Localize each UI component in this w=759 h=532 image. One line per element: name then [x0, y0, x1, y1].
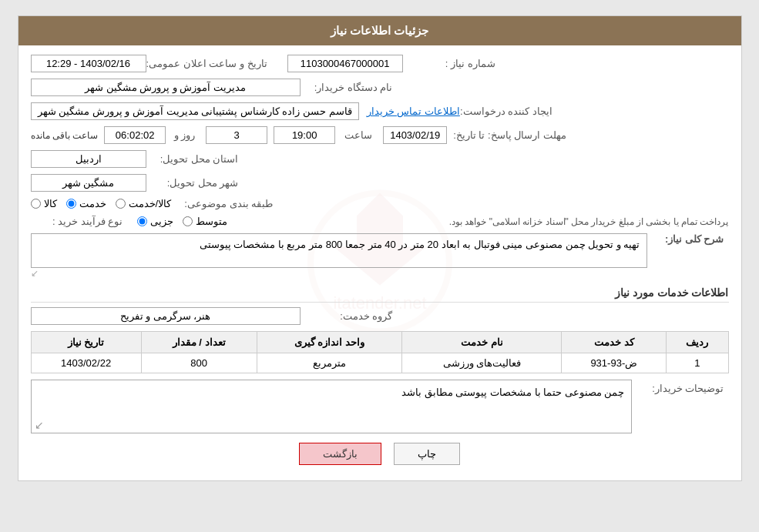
category-kala-khidmat[interactable]: کالا/خدمت [116, 198, 172, 209]
category-kala[interactable]: کالا [31, 198, 57, 209]
cell-quantity: 800 [141, 353, 257, 373]
city-value: مشگین شهر [31, 174, 146, 192]
send-time-label: ساعت [341, 129, 372, 141]
category-label: طبقه بندی موضوعی: [180, 198, 273, 209]
need-number-row: شماره نیاز : 1103000467000001 تاریخ و سا… [31, 55, 729, 72]
cell-unit: مترمربع [257, 353, 402, 373]
services-table: ردیف کد خدمت نام خدمت واحد اندازه گیری ت… [31, 331, 729, 373]
need-desc-label: شرح کلی نیاز: [647, 233, 724, 245]
col-date: تاریخ نیاز [31, 332, 141, 353]
send-time-value: 19:00 [274, 126, 335, 144]
need-number-value: 1103000467000001 [287, 55, 403, 72]
announce-date-value: 1403/02/16 - 12:29 [31, 55, 146, 72]
table-row: 1ض-93-931فعالیت‌های ورزشیمترمربع8001403/… [31, 353, 728, 373]
buyer-org-value: مدیریت آموزش و پرورش مشگین شهر [31, 79, 301, 96]
city-label: شهر محل تحویل: [146, 177, 239, 189]
page-header: جزئیات اطلاعات نیاز [18, 16, 741, 45]
need-number-label: شماره نیاز : [403, 58, 495, 69]
province-row: استان محل تحویل: اردبیل [31, 150, 729, 168]
remaining-label: ساعت باقی مانده [31, 130, 99, 141]
category-row: طبقه بندی موضوعی: کالا/خدمت خدمت کالا [31, 198, 729, 209]
buyer-notes-row: توضیحات خریدار: چمن مصنوعی حتما با مشخصا… [31, 380, 729, 433]
page-title: جزئیات اطلاعات نیاز [331, 24, 428, 37]
need-desc-row: شرح کلی نیاز: تهیه و تحویل چمن مصنوعی می… [31, 233, 729, 279]
col-name: نام خدمت [402, 332, 562, 353]
col-quantity: تعداد / مقدار [141, 332, 257, 353]
send-days-label: روز و [172, 129, 195, 141]
group-service-label: گروه خدمت: [301, 310, 393, 322]
province-value: اردبیل [31, 150, 146, 168]
announce-date-label: تاریخ و ساعت اعلان عمومی: [146, 58, 267, 69]
purchase-type-note: پرداخت تمام یا بخشی از مبلغ خریدار محل "… [237, 216, 729, 227]
purchase-type-row: پرداخت تمام یا بخشی از مبلغ خریدار محل "… [31, 216, 729, 227]
cell-code: ض-93-931 [562, 353, 667, 373]
col-row: ردیف [667, 332, 728, 353]
creator-value: قاسم حسن زاده کارشناس پشتیبانی مدیریت آم… [31, 102, 359, 120]
col-code: کد خدمت [562, 332, 667, 353]
need-desc-value: تهیه و تحویل چمن مصنوعی مینی فوتبال به ا… [31, 233, 647, 268]
contact-link[interactable]: اطلاعات تماس خریدار [367, 105, 460, 117]
purchase-type-medium[interactable]: متوسط [183, 216, 227, 227]
category-khidmat[interactable]: خدمت [66, 198, 106, 209]
content-inner: شماره نیاز : 1103000467000001 تاریخ و سا… [31, 55, 729, 465]
purchase-type-partial[interactable]: جزیی [137, 216, 173, 227]
buyer-notes-label: توضیحات خریدار: [632, 380, 724, 394]
send-date-label: مهلت ارسال پاسخ: تا تاریخ: [453, 129, 566, 141]
creator-label: ایجاد کننده درخواست: [460, 105, 552, 117]
print-button[interactable]: چاپ [394, 443, 460, 465]
buyer-notes-box: چمن مصنوعی حتما با مشخصات پیوستی مطابق ب… [31, 380, 632, 433]
remaining-value: 06:02:02 [104, 126, 166, 144]
buyer-org-row: نام دستگاه خریدار: مدیریت آموزش و پرورش … [31, 79, 729, 96]
back-button[interactable]: بازگشت [299, 443, 381, 465]
services-section-title: اطلاعات خدمات مورد نیاز [31, 286, 729, 303]
buyer-org-label: نام دستگاه خریدار: [301, 82, 393, 93]
province-label: استان محل تحویل: [146, 153, 239, 165]
send-days-value: 3 [206, 126, 267, 144]
send-date-value: 1403/02/19 [383, 126, 447, 144]
cell-date: 1403/02/22 [31, 353, 141, 373]
main-container: جزئیات اطلاعات نیاز itatender.net شماره … [18, 15, 742, 481]
creator-row: ایجاد کننده درخواست: اطلاعات تماس خریدار… [31, 102, 729, 120]
col-unit: واحد اندازه گیری [257, 332, 402, 353]
group-service-row: گروه خدمت: هنر، سرگرمی و تفریح [31, 307, 729, 325]
send-date-row: مهلت ارسال پاسخ: تا تاریخ: 1403/02/19 سا… [31, 126, 729, 144]
buyer-notes-value: چمن مصنوعی حتما با مشخصات پیوستی مطابق ب… [401, 386, 624, 398]
buttons-row: چاپ بازگشت [31, 443, 729, 465]
cell-row: 1 [667, 353, 728, 373]
page-content: itatender.net شماره نیاز : 1103000467000… [18, 45, 741, 480]
resize-handle: ↙ [31, 268, 647, 279]
city-row: شهر محل تحویل: مشگین شهر [31, 174, 729, 192]
cell-name: فعالیت‌های ورزشی [402, 353, 562, 373]
group-service-value: هنر، سرگرمی و تفریح [31, 307, 301, 325]
purchase-type-label: نوع فرآیند خرید : [31, 216, 123, 227]
